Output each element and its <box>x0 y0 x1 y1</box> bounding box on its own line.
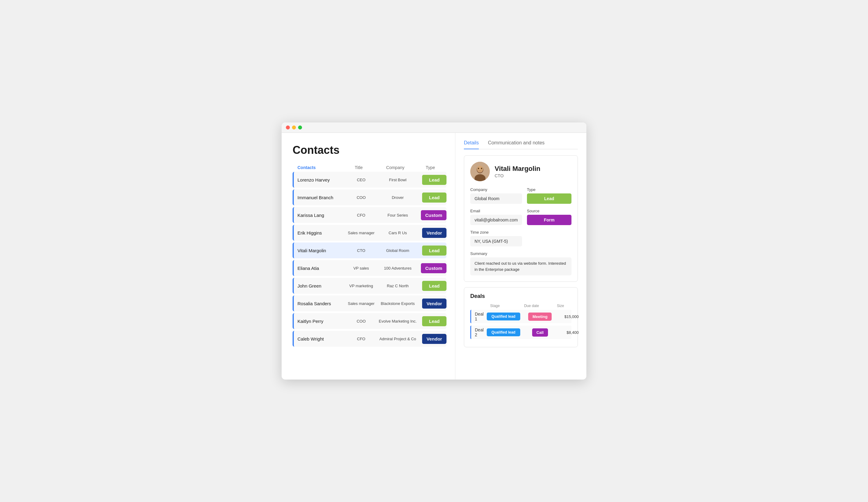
contact-company: Four Series <box>376 213 419 218</box>
type-badge: Lead <box>422 175 446 185</box>
close-button[interactable] <box>286 125 290 129</box>
contact-company: 100 Adventures <box>376 266 419 271</box>
due-date: Call <box>523 328 557 337</box>
deal-name: Deal 1 <box>475 312 484 321</box>
contact-title: COO <box>346 319 376 324</box>
contact-company: Global Room <box>376 248 419 253</box>
company-value: Global Room <box>470 194 522 204</box>
deals-col-due: Due date <box>515 304 548 308</box>
source-field: Source Form <box>527 209 571 225</box>
avatar <box>470 162 490 181</box>
source-label: Source <box>527 209 571 213</box>
tab-details[interactable]: Details <box>464 140 479 149</box>
contact-type-cell: Lead <box>419 192 446 202</box>
type-badge: Vendor <box>422 299 446 308</box>
contact-type-cell: Lead <box>419 316 446 326</box>
type-badge: Vendor <box>422 228 446 238</box>
detail-card: Vitali Margolin CTO Company Global Room … <box>464 155 578 282</box>
contact-row[interactable]: Immanuel Branch COO Drover Lead <box>292 189 446 205</box>
detail-role: CTO <box>495 173 540 178</box>
timezone-label: Time zone <box>470 230 522 234</box>
due-badge: Call <box>532 328 548 337</box>
contact-name: Vitali Margolin <box>294 245 346 256</box>
timezone-value: NY, USA (GMT-5) <box>470 236 522 247</box>
deals-card: Deals Stage Due date Size Deal 1 Qualifi… <box>464 287 578 347</box>
deal-size: $15,000 <box>557 314 581 319</box>
contact-row[interactable]: Erik Higgins Sales manager Cars R Us Ven… <box>292 225 446 241</box>
contact-row[interactable]: John Green VP marketing Raz C North Lead <box>292 278 446 294</box>
contact-name: Eliana Atia <box>294 263 346 274</box>
col-header-title: Title <box>343 165 374 170</box>
minimize-button[interactable] <box>292 125 296 129</box>
contact-row[interactable]: Rosalia Sanders Sales manager Blackstone… <box>292 295 446 311</box>
company-label: Company <box>470 187 522 192</box>
contact-company: Cars R Us <box>376 231 419 235</box>
tabs: Details Communication and notes <box>464 140 578 149</box>
contact-type-cell: Vendor <box>419 334 446 344</box>
contacts-table: Contacts Title Company Type Lorenzo Harv… <box>292 165 446 347</box>
type-field: Type Lead <box>527 187 571 204</box>
type-badge: Lead <box>422 316 446 326</box>
type-badge: Lead <box>422 245 446 255</box>
contact-name: Erik Higgins <box>294 227 346 239</box>
contact-company: Admiral Project & Co <box>376 337 419 341</box>
contact-row[interactable]: Karissa Lang CFO Four Series Custom <box>292 207 446 223</box>
type-value[interactable]: Lead <box>527 194 571 204</box>
app-window: Contacts Contacts Title Company Type Lor… <box>282 123 586 379</box>
contact-type-cell: Lead <box>419 245 446 255</box>
stage-badge: Qualified lead <box>487 328 520 336</box>
deal-name: Deal 2 <box>475 327 484 337</box>
type-badge: Lead <box>422 281 446 291</box>
contact-row[interactable]: Caleb Wright CFO Admiral Project & Co Ve… <box>292 331 446 347</box>
tab-communication[interactable]: Communication and notes <box>488 140 545 149</box>
type-badge: Custom <box>421 263 446 273</box>
contact-row[interactable]: Vitali Margolin CTO Global Room Lead <box>292 242 446 258</box>
summary-value: Client reached out to us via website for… <box>470 258 571 275</box>
contact-title: CFO <box>346 213 376 218</box>
due-date: Meeting <box>523 313 557 321</box>
deal-row: Deal 1 Qualified lead Meeting $15,000 <box>470 310 571 323</box>
contact-type-cell: Custom <box>419 210 446 220</box>
deals-col-stage: Stage <box>475 304 515 308</box>
contact-name: Rosalia Sanders <box>294 298 346 309</box>
source-value[interactable]: Form <box>527 215 571 225</box>
contact-title: CTO <box>346 248 376 253</box>
contact-type-cell: Custom <box>419 263 446 273</box>
due-badge: Meeting <box>528 313 552 321</box>
page-title: Contacts <box>292 144 446 157</box>
contact-row[interactable]: Kaitlyn Perry COO Evolve Marketing Inc. … <box>292 313 446 329</box>
contact-type-cell: Lead <box>419 175 446 185</box>
contact-type-cell: Vendor <box>419 299 446 308</box>
left-panel: Contacts Contacts Title Company Type Lor… <box>282 133 455 379</box>
svg-point-5 <box>481 168 482 169</box>
contact-title: VP marketing <box>346 284 376 288</box>
maximize-button[interactable] <box>298 125 302 129</box>
contact-row[interactable]: Eliana Atia VP sales 100 Adventures Cust… <box>292 260 446 276</box>
app-body: Contacts Contacts Title Company Type Lor… <box>282 133 586 379</box>
col-header-type: Type <box>417 165 444 170</box>
email-field: Email vitali@globalroom.com <box>470 209 522 225</box>
contact-company: Drover <box>376 195 419 200</box>
contact-title: COO <box>346 195 376 200</box>
deal-stage: Qualified lead <box>484 313 523 321</box>
contact-rows: Lorenzo Harvey CEO First Bowl Lead Imman… <box>292 172 446 347</box>
contact-name: John Green <box>294 280 346 292</box>
contact-name: Lorenzo Harvey <box>294 174 346 186</box>
contact-row[interactable]: Lorenzo Harvey CEO First Bowl Lead <box>292 172 446 188</box>
contact-name: Karissa Lang <box>294 210 346 221</box>
contact-company: Evolve Marketing Inc. <box>376 319 419 324</box>
deal-rows: Deal 1 Qualified lead Meeting $15,000 De… <box>470 310 571 339</box>
summary-label: Summary <box>470 251 571 256</box>
detail-name: Vitali Margolin <box>495 165 540 173</box>
col-header-contacts: Contacts <box>298 165 343 170</box>
deal-stage: Qualified lead <box>484 328 523 336</box>
detail-grid: Company Global Room Type Lead Email vita… <box>470 187 571 247</box>
table-header: Contacts Title Company Type <box>292 165 446 172</box>
timezone-field: Time zone NY, USA (GMT-5) <box>470 230 522 247</box>
contact-name: Caleb Wright <box>294 333 346 345</box>
contact-title: CFO <box>346 337 376 341</box>
company-field: Company Global Room <box>470 187 522 204</box>
email-label: Email <box>470 209 522 213</box>
contact-title: CEO <box>346 178 376 182</box>
summary-field: Summary Client reached out to us via web… <box>470 251 571 275</box>
